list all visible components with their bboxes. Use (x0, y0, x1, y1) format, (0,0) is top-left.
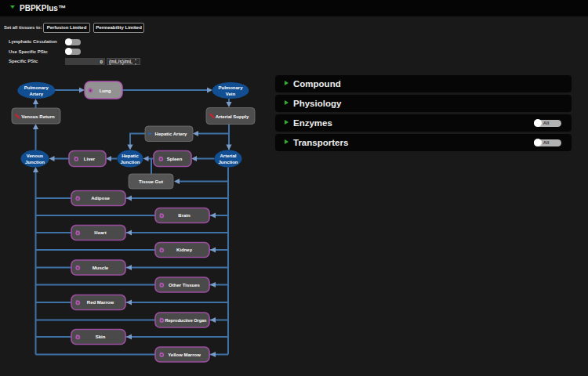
svg-text:Hepatic Artery: Hepatic Artery (155, 132, 187, 136)
svg-text:Liver: Liver (84, 157, 96, 161)
svg-text:Pulmonary: Pulmonary (24, 85, 49, 90)
svg-text:Heart: Heart (94, 230, 106, 235)
svg-text:Vein: Vein (226, 92, 236, 96)
svg-text:Muscle: Muscle (93, 266, 109, 270)
svg-text:Junction: Junction (25, 160, 45, 164)
svg-text:Arterial Supply: Arterial Supply (216, 114, 249, 119)
svg-text:Artery: Artery (29, 92, 43, 96)
svg-text:Spleen: Spleen (167, 157, 183, 161)
svg-text:Yellow Marrow: Yellow Marrow (168, 352, 201, 357)
svg-text:Pulmonary: Pulmonary (218, 85, 243, 90)
svg-text:Arterial: Arterial (220, 154, 236, 158)
svg-text:Red Marrow: Red Marrow (87, 300, 114, 305)
svg-text:Junction: Junction (121, 160, 140, 164)
svg-text:Tissue Gut: Tissue Gut (139, 179, 163, 184)
svg-text:Reproductive Organ: Reproductive Organ (165, 318, 208, 323)
svg-text:Junction: Junction (219, 160, 238, 164)
svg-text:Venous Return: Venous Return (21, 114, 55, 119)
svg-text:Skin: Skin (96, 334, 106, 339)
svg-text:Kidney: Kidney (176, 248, 193, 252)
svg-text:Hepatic: Hepatic (122, 154, 139, 158)
svg-text:Brain: Brain (178, 213, 191, 218)
svg-text:Adipose: Adipose (91, 196, 110, 201)
svg-text:Venous: Venous (27, 154, 44, 158)
svg-text:Other Tissues: Other Tissues (169, 283, 201, 287)
svg-text:Lung: Lung (100, 89, 111, 93)
